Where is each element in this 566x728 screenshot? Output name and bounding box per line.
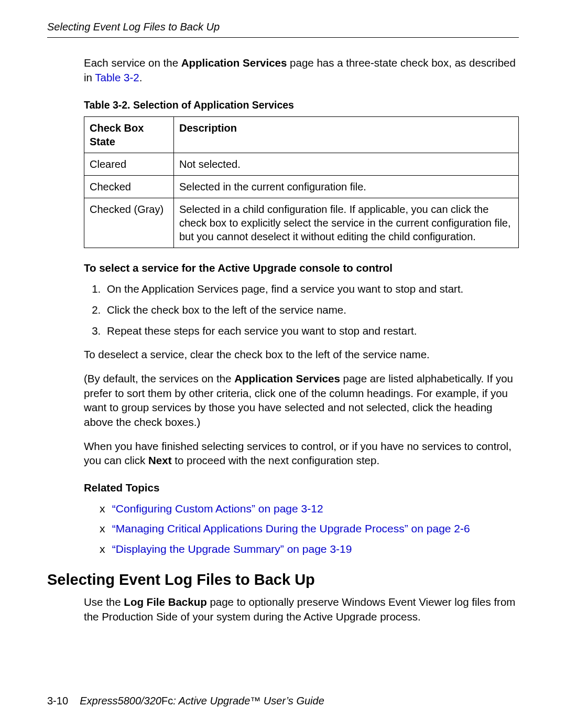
running-header: Selecting Event Log Files to Back Up (47, 21, 519, 38)
step-text-pre: On the (107, 283, 142, 295)
table-header-state: Check Box State (84, 117, 174, 153)
table-row: Cleared Not selected. (84, 153, 519, 176)
sort-paragraph: (By default, the services on the Applica… (84, 371, 519, 430)
table-cell-desc: Selected in a child configuration file. … (174, 198, 519, 248)
intro-text-post: . (139, 71, 143, 83)
procedure-title: To select a service for the Active Upgra… (84, 262, 519, 274)
sort-pre: (By default, the services on the (84, 372, 234, 384)
section-paragraph: Use the Log File Backup page to optional… (84, 595, 519, 624)
bullet-icon: x (100, 501, 109, 516)
related-topics-title: Related Topics (84, 481, 519, 494)
next-bold: Next (148, 454, 171, 466)
footer-title-italic: Express5800/320 (80, 695, 161, 706)
table-header-desc: Description (174, 117, 519, 153)
section-pre: Use the (84, 596, 124, 608)
related-link[interactable]: “Configuring Custom Actions” on page 3-1… (112, 502, 323, 515)
table-cell-desc: Selected in the current configuration fi… (174, 176, 519, 198)
related-link[interactable]: “Displaying the Upgrade Summary” on page… (112, 543, 352, 555)
table-cell-desc: Not selected. (174, 153, 519, 176)
section-bold: Log File Backup (124, 596, 206, 608)
related-item: x “Displaying the Upgrade Summary” on pa… (100, 542, 519, 556)
table-row: Checked Selected in the current configur… (84, 176, 519, 198)
step-item: Repeat these steps for each service you … (104, 324, 519, 338)
footer-title-roman: Fc (161, 695, 173, 706)
table-header-row: Check Box State Description (84, 117, 519, 153)
next-post: to proceed with the next configuration s… (172, 454, 380, 466)
sort-bold: Application Services (234, 372, 340, 384)
related-item: x “Managing Critical Applications During… (100, 521, 519, 536)
next-paragraph: When you have finished selecting service… (84, 439, 519, 468)
table-cell-state: Checked (Gray) (84, 198, 174, 248)
intro-text-pre: Each service on the (84, 57, 181, 69)
step-item: On the Application Services page, find a… (104, 282, 519, 296)
app-services-table: Check Box State Description Cleared Not … (84, 116, 519, 248)
section-heading: Selecting Event Log Files to Back Up (47, 571, 519, 588)
step-bold: Application Services (142, 283, 238, 295)
table-ref-link[interactable]: Table 3-2 (95, 71, 139, 83)
page-footer: 3-10 Express5800/320Fc: Active Upgrade™ … (47, 695, 519, 707)
step-text-post: page, find a service you want to stop an… (238, 283, 464, 295)
intro-paragraph: Each service on the Application Services… (84, 56, 519, 84)
bullet-icon: x (100, 542, 109, 556)
step-item: Click the check box to the left of the s… (104, 303, 519, 317)
related-link[interactable]: “Managing Critical Applications During t… (112, 522, 470, 534)
related-topics-list: x “Configuring Custom Actions” on page 3… (84, 501, 519, 556)
related-item: x “Configuring Custom Actions” on page 3… (100, 501, 519, 516)
table-cell-state: Checked (84, 176, 174, 198)
footer-title-italic2: : Active Upgrade™ User’s Guide (173, 695, 324, 706)
page-number: 3-10 (47, 695, 68, 706)
bullet-icon: x (100, 521, 109, 536)
table-row: Checked (Gray) Selected in a child confi… (84, 198, 519, 248)
deselect-paragraph: To deselect a service, clear the check b… (84, 347, 519, 362)
table-cell-state: Cleared (84, 153, 174, 176)
procedure-steps: On the Application Services page, find a… (84, 282, 519, 338)
intro-bold: Application Services (181, 57, 287, 69)
table-caption: Table 3-2. Selection of Application Serv… (84, 99, 519, 111)
